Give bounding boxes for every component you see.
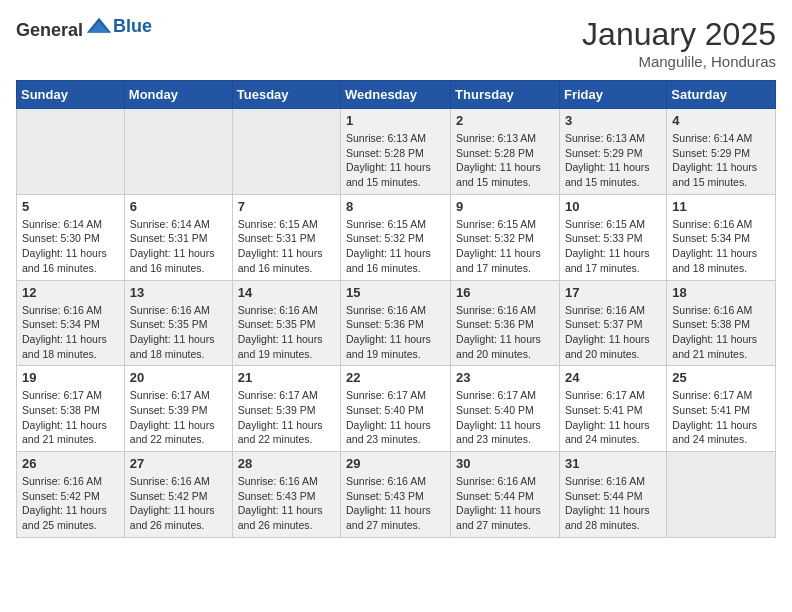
day-number: 29: [346, 456, 445, 471]
calendar-cell: 29Sunrise: 6:16 AM Sunset: 5:43 PM Dayli…: [341, 452, 451, 538]
cell-info: Sunrise: 6:14 AM Sunset: 5:31 PM Dayligh…: [130, 217, 227, 276]
calendar-cell: [17, 109, 125, 195]
cell-info: Sunrise: 6:16 AM Sunset: 5:34 PM Dayligh…: [672, 217, 770, 276]
cell-info: Sunrise: 6:17 AM Sunset: 5:40 PM Dayligh…: [346, 388, 445, 447]
day-number: 23: [456, 370, 554, 385]
day-number: 28: [238, 456, 335, 471]
day-number: 13: [130, 285, 227, 300]
weekday-tuesday: Tuesday: [232, 81, 340, 109]
weekday-saturday: Saturday: [667, 81, 776, 109]
logo-icon: [85, 16, 113, 44]
day-number: 4: [672, 113, 770, 128]
cell-info: Sunrise: 6:14 AM Sunset: 5:29 PM Dayligh…: [672, 131, 770, 190]
calendar-cell: 11Sunrise: 6:16 AM Sunset: 5:34 PM Dayli…: [667, 194, 776, 280]
calendar-cell: 5Sunrise: 6:14 AM Sunset: 5:30 PM Daylig…: [17, 194, 125, 280]
day-number: 11: [672, 199, 770, 214]
calendar-cell: 12Sunrise: 6:16 AM Sunset: 5:34 PM Dayli…: [17, 280, 125, 366]
day-number: 15: [346, 285, 445, 300]
calendar-cell: 21Sunrise: 6:17 AM Sunset: 5:39 PM Dayli…: [232, 366, 340, 452]
calendar-cell: 13Sunrise: 6:16 AM Sunset: 5:35 PM Dayli…: [124, 280, 232, 366]
day-number: 21: [238, 370, 335, 385]
cell-info: Sunrise: 6:15 AM Sunset: 5:32 PM Dayligh…: [346, 217, 445, 276]
cell-info: Sunrise: 6:17 AM Sunset: 5:41 PM Dayligh…: [672, 388, 770, 447]
weekday-thursday: Thursday: [451, 81, 560, 109]
cell-info: Sunrise: 6:16 AM Sunset: 5:43 PM Dayligh…: [346, 474, 445, 533]
calendar-cell: 31Sunrise: 6:16 AM Sunset: 5:44 PM Dayli…: [559, 452, 666, 538]
calendar-cell: 2Sunrise: 6:13 AM Sunset: 5:28 PM Daylig…: [451, 109, 560, 195]
cell-info: Sunrise: 6:16 AM Sunset: 5:42 PM Dayligh…: [22, 474, 119, 533]
cell-info: Sunrise: 6:16 AM Sunset: 5:43 PM Dayligh…: [238, 474, 335, 533]
week-row-1: 1Sunrise: 6:13 AM Sunset: 5:28 PM Daylig…: [17, 109, 776, 195]
cell-info: Sunrise: 6:14 AM Sunset: 5:30 PM Dayligh…: [22, 217, 119, 276]
calendar-cell: 27Sunrise: 6:16 AM Sunset: 5:42 PM Dayli…: [124, 452, 232, 538]
logo-general-text: General: [16, 20, 83, 41]
calendar-cell: [232, 109, 340, 195]
day-number: 24: [565, 370, 661, 385]
calendar-cell: 1Sunrise: 6:13 AM Sunset: 5:28 PM Daylig…: [341, 109, 451, 195]
calendar-cell: 7Sunrise: 6:15 AM Sunset: 5:31 PM Daylig…: [232, 194, 340, 280]
calendar-cell: 19Sunrise: 6:17 AM Sunset: 5:38 PM Dayli…: [17, 366, 125, 452]
weekday-friday: Friday: [559, 81, 666, 109]
day-number: 25: [672, 370, 770, 385]
cell-info: Sunrise: 6:16 AM Sunset: 5:42 PM Dayligh…: [130, 474, 227, 533]
calendar-cell: 8Sunrise: 6:15 AM Sunset: 5:32 PM Daylig…: [341, 194, 451, 280]
week-row-4: 19Sunrise: 6:17 AM Sunset: 5:38 PM Dayli…: [17, 366, 776, 452]
day-number: 7: [238, 199, 335, 214]
day-number: 16: [456, 285, 554, 300]
week-row-5: 26Sunrise: 6:16 AM Sunset: 5:42 PM Dayli…: [17, 452, 776, 538]
day-number: 6: [130, 199, 227, 214]
cell-info: Sunrise: 6:16 AM Sunset: 5:44 PM Dayligh…: [565, 474, 661, 533]
day-number: 18: [672, 285, 770, 300]
cell-info: Sunrise: 6:17 AM Sunset: 5:39 PM Dayligh…: [130, 388, 227, 447]
day-number: 20: [130, 370, 227, 385]
day-number: 1: [346, 113, 445, 128]
week-row-3: 12Sunrise: 6:16 AM Sunset: 5:34 PM Dayli…: [17, 280, 776, 366]
logo-blue-text: Blue: [113, 16, 152, 37]
day-number: 26: [22, 456, 119, 471]
weekday-wednesday: Wednesday: [341, 81, 451, 109]
month-year: January 2025: [582, 16, 776, 53]
calendar-cell: 23Sunrise: 6:17 AM Sunset: 5:40 PM Dayli…: [451, 366, 560, 452]
week-row-2: 5Sunrise: 6:14 AM Sunset: 5:30 PM Daylig…: [17, 194, 776, 280]
logo: General Blue: [16, 16, 152, 44]
day-number: 5: [22, 199, 119, 214]
day-number: 8: [346, 199, 445, 214]
calendar-cell: 3Sunrise: 6:13 AM Sunset: 5:29 PM Daylig…: [559, 109, 666, 195]
calendar-cell: 10Sunrise: 6:15 AM Sunset: 5:33 PM Dayli…: [559, 194, 666, 280]
cell-info: Sunrise: 6:17 AM Sunset: 5:41 PM Dayligh…: [565, 388, 661, 447]
calendar-cell: 4Sunrise: 6:14 AM Sunset: 5:29 PM Daylig…: [667, 109, 776, 195]
calendar-cell: [124, 109, 232, 195]
location: Mangulile, Honduras: [582, 53, 776, 70]
cell-info: Sunrise: 6:16 AM Sunset: 5:38 PM Dayligh…: [672, 303, 770, 362]
cell-info: Sunrise: 6:15 AM Sunset: 5:33 PM Dayligh…: [565, 217, 661, 276]
page-header: General Blue January 2025 Mangulile, Hon…: [16, 16, 776, 70]
day-number: 10: [565, 199, 661, 214]
cell-info: Sunrise: 6:13 AM Sunset: 5:28 PM Dayligh…: [346, 131, 445, 190]
cell-info: Sunrise: 6:17 AM Sunset: 5:39 PM Dayligh…: [238, 388, 335, 447]
day-number: 12: [22, 285, 119, 300]
calendar-cell: 18Sunrise: 6:16 AM Sunset: 5:38 PM Dayli…: [667, 280, 776, 366]
weekday-header-row: SundayMondayTuesdayWednesdayThursdayFrid…: [17, 81, 776, 109]
cell-info: Sunrise: 6:13 AM Sunset: 5:28 PM Dayligh…: [456, 131, 554, 190]
calendar-cell: 24Sunrise: 6:17 AM Sunset: 5:41 PM Dayli…: [559, 366, 666, 452]
day-number: 30: [456, 456, 554, 471]
day-number: 19: [22, 370, 119, 385]
cell-info: Sunrise: 6:16 AM Sunset: 5:36 PM Dayligh…: [456, 303, 554, 362]
cell-info: Sunrise: 6:16 AM Sunset: 5:36 PM Dayligh…: [346, 303, 445, 362]
day-number: 31: [565, 456, 661, 471]
calendar-cell: 20Sunrise: 6:17 AM Sunset: 5:39 PM Dayli…: [124, 366, 232, 452]
cell-info: Sunrise: 6:15 AM Sunset: 5:32 PM Dayligh…: [456, 217, 554, 276]
calendar-cell: 25Sunrise: 6:17 AM Sunset: 5:41 PM Dayli…: [667, 366, 776, 452]
day-number: 14: [238, 285, 335, 300]
calendar-cell: 30Sunrise: 6:16 AM Sunset: 5:44 PM Dayli…: [451, 452, 560, 538]
title-block: January 2025 Mangulile, Honduras: [582, 16, 776, 70]
day-number: 9: [456, 199, 554, 214]
cell-info: Sunrise: 6:16 AM Sunset: 5:37 PM Dayligh…: [565, 303, 661, 362]
calendar-cell: 28Sunrise: 6:16 AM Sunset: 5:43 PM Dayli…: [232, 452, 340, 538]
calendar-cell: 9Sunrise: 6:15 AM Sunset: 5:32 PM Daylig…: [451, 194, 560, 280]
cell-info: Sunrise: 6:16 AM Sunset: 5:35 PM Dayligh…: [238, 303, 335, 362]
calendar-cell: 22Sunrise: 6:17 AM Sunset: 5:40 PM Dayli…: [341, 366, 451, 452]
calendar-cell: 15Sunrise: 6:16 AM Sunset: 5:36 PM Dayli…: [341, 280, 451, 366]
calendar-cell: 26Sunrise: 6:16 AM Sunset: 5:42 PM Dayli…: [17, 452, 125, 538]
calendar-table: SundayMondayTuesdayWednesdayThursdayFrid…: [16, 80, 776, 538]
